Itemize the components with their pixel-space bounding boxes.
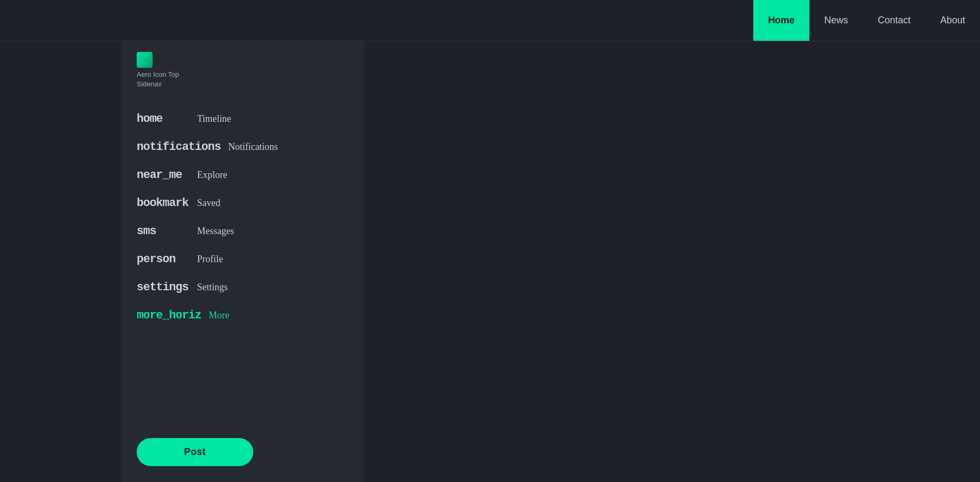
topnav-contact[interactable]: Contact [863, 0, 925, 41]
left-panel [0, 0, 121, 482]
sidebar-logo: Aero Icon Top Sidenav [121, 41, 195, 100]
sidebar-item-more[interactable]: more_horiz More [121, 301, 364, 329]
sidebar-item-messages[interactable]: sms Messages [121, 217, 364, 245]
home-icon: home [137, 112, 190, 126]
sidebar: Aero Icon Top Sidenav home Timeline noti… [121, 0, 364, 482]
sidebar-item-home[interactable]: home Timeline [121, 105, 364, 133]
logo-icon [137, 52, 153, 68]
layout: Aero Icon Top Sidenav home Timeline noti… [0, 0, 980, 482]
sidebar-item-explore[interactable]: near_me Explore [121, 161, 364, 189]
sidebar-item-saved-label: Saved [197, 198, 220, 209]
sidebar-item-profile-label: Profile [197, 254, 223, 265]
sidebar-nav: home Timeline notifications Notification… [121, 100, 364, 427]
sms-icon: sms [137, 225, 190, 238]
bookmark-icon: bookmark [137, 197, 190, 210]
sidebar-item-saved[interactable]: bookmark Saved [121, 189, 364, 217]
near-me-icon: near_me [137, 168, 190, 182]
sidebar-item-messages-label: Messages [197, 226, 234, 237]
post-button-container: Post [121, 427, 364, 482]
notifications-icon: notifications [137, 140, 221, 154]
sidebar-item-settings[interactable]: settings Settings [121, 273, 364, 301]
topnav-links: Home News Contact About [753, 0, 980, 41]
sidebar-item-notifications-label: Notifications [228, 141, 278, 153]
sidebar-item-notifications[interactable]: notifications Notifications [121, 133, 364, 161]
main-content [364, 0, 980, 482]
topnav-home[interactable]: Home [753, 0, 809, 41]
sidebar-item-settings-label: Settings [197, 282, 228, 293]
sidebar-item-profile[interactable]: person Profile [121, 245, 364, 273]
person-icon: person [137, 253, 190, 266]
sidebar-item-more-label: More [209, 310, 229, 321]
topnav: Home News Contact About [0, 0, 980, 41]
more-horiz-icon: more_horiz [137, 309, 201, 322]
sidebar-item-home-label: Timeline [197, 113, 231, 124]
post-button[interactable]: Post [137, 438, 253, 466]
sidebar-item-explore-label: Explore [197, 169, 227, 181]
topnav-news[interactable]: News [809, 0, 863, 41]
settings-icon: settings [137, 281, 190, 294]
topnav-about[interactable]: About [925, 0, 980, 41]
sidebar-logo-text: Aero Icon Top Sidenav [137, 70, 179, 89]
